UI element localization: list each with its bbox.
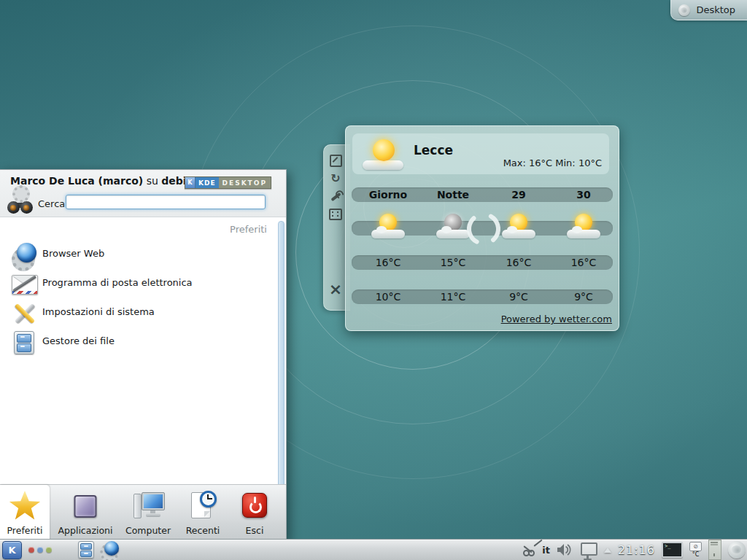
narrow-panel-widget[interactable] <box>708 540 721 560</box>
clock-shape <box>200 491 217 508</box>
keyboard-layout-indicator[interactable]: it <box>542 545 550 556</box>
busy-spinner-icon <box>462 208 505 250</box>
weather-city: Lecce <box>414 143 453 158</box>
tab-esci[interactable]: Esci <box>231 485 279 540</box>
resize-glyph <box>330 155 342 167</box>
document-clock-icon <box>187 491 218 520</box>
menu-item-browser-web[interactable]: Browser Web <box>0 240 277 269</box>
kickoff-launcher: Marco De Luca (marco) su debian K KDE DE… <box>0 169 287 541</box>
sun-cloud-icon <box>371 213 406 239</box>
menu-item-system-settings[interactable]: Impostazioni di sistema <box>0 298 277 327</box>
weather-tray-icon[interactable]: ⊘ °C <box>689 542 702 558</box>
drawer-shape <box>17 334 31 343</box>
wetter-credit-link[interactable]: Powered by wetter.com <box>501 314 612 324</box>
kmenu-button[interactable]: K <box>2 541 22 559</box>
scissor-blade <box>534 539 543 546</box>
gear-shape <box>12 185 30 203</box>
badge-desktop-text: DESKTOP <box>219 177 271 188</box>
monitor-base <box>146 513 160 517</box>
menu-item-file-manager[interactable]: Gestore dei file <box>0 327 277 357</box>
tab-label: Esci <box>231 525 279 536</box>
menu-item-label: Impostazioni di sistema <box>42 306 155 317</box>
settings-glyph <box>329 209 342 220</box>
day-temp: 16°C <box>551 255 616 270</box>
drawer-shape <box>80 551 92 557</box>
column-label: 30 <box>551 187 616 202</box>
resize-icon[interactable] <box>329 154 342 167</box>
power-icon <box>242 493 267 518</box>
menu-item-label: Gestore dei file <box>42 335 115 346</box>
search-input[interactable] <box>66 195 266 209</box>
tab-label: Preferiti <box>0 525 50 536</box>
power-bar <box>254 497 256 503</box>
kickoff-title: Marco De Luca (marco) su debian <box>10 175 201 187</box>
column-label: Giorno <box>355 187 421 202</box>
network-monitor-icon[interactable] <box>581 542 597 556</box>
day-temp: 16°C <box>486 255 551 270</box>
tray-expander-icon[interactable] <box>604 548 611 553</box>
tab-applicazioni[interactable]: Applicazioni <box>53 485 118 540</box>
weather-night-temps-bar: 10°C 11°C 9°C 9°C <box>352 289 613 304</box>
panel-cashew-icon[interactable] <box>728 541 746 559</box>
volume-icon[interactable] <box>557 543 574 556</box>
kickoff-header: Marco De Luca (marco) su debian K KDE DE… <box>0 170 286 217</box>
user-name: Marco De Luca (marco) <box>10 175 143 187</box>
tab-label: Recenti <box>178 525 228 536</box>
globe-gear-icon <box>12 242 38 268</box>
sun-cloud-icon <box>363 139 405 171</box>
sun-cloud-icon <box>501 213 536 239</box>
taskbar-panel: K it <box>0 539 747 560</box>
pager-dot[interactable] <box>37 547 43 553</box>
sun-shape <box>373 139 395 161</box>
wrench-glyph <box>330 192 341 201</box>
badge-kde-text: KDE <box>196 177 219 188</box>
desktop: Desktop ↻ × Lecce Max: 16°C Min: 10°C Gi… <box>0 0 747 560</box>
night-temp: 11°C <box>420 289 486 304</box>
drawer-shape <box>80 543 92 550</box>
file-manager-launcher-icon[interactable] <box>78 541 94 559</box>
desktop-toolbox-button[interactable]: Desktop <box>670 0 747 20</box>
page-fold <box>204 511 210 517</box>
pager-dot[interactable] <box>46 547 52 553</box>
terminal-tray-icon[interactable]: >_ <box>662 542 683 558</box>
toolbox-label: Desktop <box>696 4 735 15</box>
close-glyph: × <box>329 283 342 296</box>
browser-launcher-icon[interactable] <box>101 541 118 559</box>
tab-computer[interactable]: Computer <box>120 485 177 540</box>
cashew-icon <box>678 4 690 16</box>
night-temp: 10°C <box>355 289 421 304</box>
sun-cloud-icon <box>566 213 601 239</box>
rotate-icon[interactable]: ↻ <box>329 172 342 185</box>
widget-settings-icon[interactable] <box>329 208 342 221</box>
title-connector: su <box>147 175 158 187</box>
configure-icon[interactable] <box>329 190 342 203</box>
menu-item-email[interactable]: Programma di posta elettronica <box>0 269 277 298</box>
screen-shape <box>144 494 163 508</box>
drawer-shape <box>17 343 31 352</box>
close-widget-icon[interactable]: × <box>329 283 342 296</box>
icon-wrap <box>12 271 38 298</box>
weather-max-min: Max: 16°C Min: 10°C <box>503 158 602 168</box>
weather-header: Lecce Max: 16°C Min: 10°C <box>352 133 609 174</box>
forecast-cell <box>355 221 421 236</box>
klipper-scissors-icon[interactable] <box>522 544 535 556</box>
column-label: Notte <box>420 187 486 202</box>
pager-widget[interactable] <box>28 547 52 553</box>
kde-desktop-badge: K KDE DESKTOP <box>185 176 271 189</box>
day-temp: 16°C <box>355 255 421 270</box>
day-temp: 15°C <box>420 255 486 270</box>
pager-dot[interactable] <box>28 547 34 553</box>
tab-recenti[interactable]: Recenti <box>178 485 228 540</box>
tab-preferiti[interactable]: Preferiti <box>0 485 50 540</box>
panel-left-group: K <box>0 540 118 560</box>
cloud-shape <box>371 230 405 238</box>
celsius-unit: °C <box>692 551 700 558</box>
mail-pen-icon <box>12 275 38 295</box>
favorites-section-label: Preferiti <box>230 224 267 235</box>
star-icon <box>9 491 41 521</box>
globe-shape <box>104 541 119 556</box>
diamond-icon <box>74 495 97 518</box>
digital-clock[interactable]: 21:16 <box>618 543 655 557</box>
menu-item-label: Programma di posta elettronica <box>42 277 193 288</box>
tab-label: Applicazioni <box>53 525 118 536</box>
